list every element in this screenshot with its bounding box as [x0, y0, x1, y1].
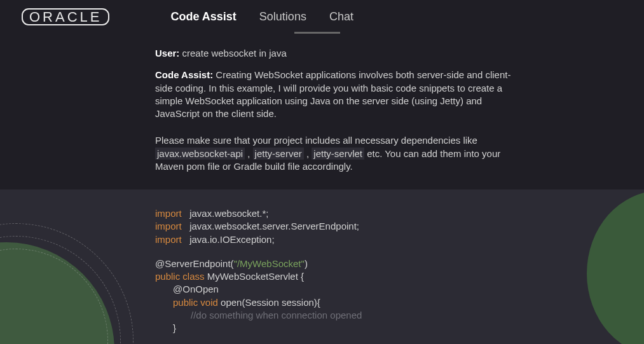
dep-1: javax.websocket-api — [155, 148, 245, 160]
open-comment: //do something when connection opened — [155, 309, 644, 322]
kw-import-2: import — [155, 221, 182, 231]
nav-code-assist[interactable]: Code Assist — [170, 3, 236, 31]
anno-onopen: @OnOpen — [173, 284, 219, 294]
nav-chat[interactable]: Chat — [329, 3, 353, 31]
import-2: javax.websocket.server.ServerEndpoint; — [187, 221, 359, 231]
oracle-logo: ORACLE — [22, 8, 109, 25]
assist-message-2: Please make sure that your project inclu… — [155, 134, 511, 173]
dep-3: jetty-servlet — [312, 148, 364, 160]
user-text: create websocket in java — [182, 48, 287, 58]
kw-class: class — [180, 271, 207, 282]
import-1: javax.websocket.*; — [187, 208, 268, 219]
main-nav: Code Assist Solutions Chat — [170, 3, 353, 31]
user-message: User: create websocket in java — [155, 47, 511, 60]
sep1: , — [245, 148, 253, 159]
code-block: import javax.websocket.*; import javax.w… — [155, 207, 644, 344]
open-close-brace: } — [155, 322, 644, 334]
nav-underline — [294, 32, 340, 34]
anno-server-endpoint: @ServerEndpoint( — [155, 258, 234, 269]
user-label: User: — [155, 48, 179, 58]
dep-2: jetty-server — [253, 148, 304, 160]
assist-message: Code Assist: Creating WebSocket applicat… — [155, 69, 511, 120]
kw-public-class: public — [155, 271, 180, 282]
assist-label: Code Assist: — [155, 69, 213, 80]
kw-import-3: import — [155, 234, 182, 245]
nav-solutions[interactable]: Solutions — [259, 3, 306, 31]
assist-text-2a: Please make sure that your project inclu… — [155, 135, 477, 146]
import-3: java.io.IOException; — [187, 234, 275, 245]
kw-public-1: public — [173, 297, 198, 308]
anno-end: ) — [305, 258, 308, 269]
decor-ring-3 — [0, 223, 134, 344]
open-sig: open(Session session){ — [221, 297, 320, 308]
top-header: ORACLE Code Assist Solutions Chat — [0, 0, 644, 33]
kw-import-1: import — [155, 208, 182, 219]
chat-panel: User: create websocket in java Code Assi… — [0, 33, 644, 189]
sep2: , — [304, 148, 312, 159]
class-decl: MyWebSocketServlet { — [207, 271, 304, 282]
anno-str: "/MyWebSocket" — [234, 258, 305, 269]
kw-void-1: void — [198, 297, 221, 308]
